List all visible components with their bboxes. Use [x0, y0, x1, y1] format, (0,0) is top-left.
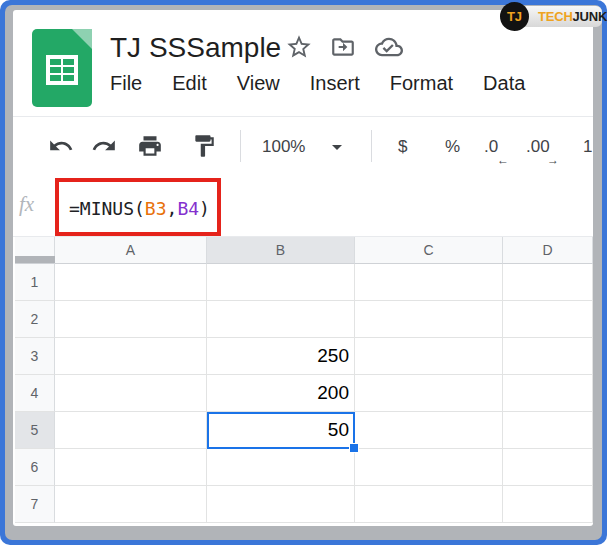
cell-B7[interactable] [207, 486, 355, 523]
cell-D4[interactable] [503, 375, 593, 412]
format-currency-button[interactable]: $ [398, 137, 407, 157]
techjunkie-logo-icon: TJ [500, 2, 529, 31]
print-button[interactable] [137, 133, 163, 159]
chevron-down-icon[interactable] [325, 135, 349, 159]
decrease-decimal-arrow-icon: ← [497, 153, 509, 167]
google-sheets-logo-icon[interactable] [32, 29, 92, 107]
menu-edit[interactable]: Edit [172, 72, 206, 95]
formula-ref-b3: B3 [145, 198, 167, 219]
grid-row-6: 6 [15, 449, 593, 486]
toolbar-divider [371, 130, 372, 162]
column-header-D[interactable]: D [503, 237, 593, 264]
column-header-A[interactable]: A [55, 237, 207, 264]
corner-notch [15, 256, 55, 263]
cell-C7[interactable] [355, 486, 503, 523]
fx-label: fx [19, 192, 34, 217]
techjunkie-name-part2: JUNKIE [573, 9, 607, 24]
cell-C1[interactable] [355, 264, 503, 301]
selected-cell-outline[interactable] [207, 412, 355, 449]
cell-B3[interactable]: 250 [207, 338, 355, 375]
cell-D3[interactable] [503, 338, 593, 375]
grid: ABCD123250420055067 [15, 237, 593, 523]
cell-D5[interactable] [503, 412, 593, 449]
row-header-3[interactable]: 3 [15, 338, 55, 375]
menu-view[interactable]: View [237, 72, 280, 95]
cell-D6[interactable] [503, 449, 593, 486]
cell-A4[interactable] [55, 375, 207, 412]
menu-format[interactable]: Format [390, 72, 453, 95]
increase-decimal-arrow-icon: → [547, 153, 559, 167]
formula-token: =MINUS( [69, 198, 145, 219]
row-header-7[interactable]: 7 [15, 486, 55, 523]
grid-row-1: 1 [15, 264, 593, 301]
cell-B6[interactable] [207, 449, 355, 486]
menu-bar: File Edit View Insert Format Data [110, 72, 525, 95]
cell-C2[interactable] [355, 301, 503, 338]
cell-D7[interactable] [503, 486, 593, 523]
header-divider [13, 116, 593, 117]
menu-file[interactable]: File [110, 72, 142, 95]
cell-A5[interactable] [55, 412, 207, 449]
move-to-folder-icon[interactable] [330, 34, 356, 60]
undo-button[interactable] [48, 133, 74, 159]
row-header-2[interactable]: 2 [15, 301, 55, 338]
formula-token: , [167, 198, 178, 219]
app-content: TJ SSSample File Edit View Insert Format… [13, 10, 593, 526]
column-header-B[interactable]: B [207, 237, 355, 264]
row-header-4[interactable]: 4 [15, 375, 55, 412]
document-title[interactable]: TJ SSSample [110, 32, 281, 64]
number-format-button[interactable]: 1 [583, 137, 592, 157]
cell-B4[interactable]: 200 [207, 375, 355, 412]
fill-handle[interactable] [349, 443, 359, 453]
cell-A1[interactable] [55, 264, 207, 301]
cell-B2[interactable] [207, 301, 355, 338]
menu-data[interactable]: Data [483, 72, 525, 95]
cloud-saved-icon[interactable] [375, 33, 403, 61]
redo-button[interactable] [91, 133, 117, 159]
column-header-row: ABCD [15, 237, 593, 264]
formula-token: ) [199, 198, 210, 219]
column-header-C[interactable]: C [355, 237, 503, 264]
cell-B1[interactable] [207, 264, 355, 301]
paint-format-button[interactable] [191, 133, 217, 159]
cell-A3[interactable] [55, 338, 207, 375]
grid-row-3: 3250 [15, 338, 593, 375]
menu-insert[interactable]: Insert [310, 72, 360, 95]
cell-C5[interactable] [355, 412, 503, 449]
row-header-6[interactable]: 6 [15, 449, 55, 486]
formula-input[interactable]: =MINUS(B3,B4) [69, 198, 210, 219]
cell-A2[interactable] [55, 301, 207, 338]
cell-C6[interactable] [355, 449, 503, 486]
toolbar-divider [240, 130, 241, 162]
grid-row-7: 7 [15, 486, 593, 523]
techjunkie-name-part1: TECH [538, 9, 573, 24]
zoom-select[interactable]: 100% [262, 137, 305, 157]
grid-row-4: 4200 [15, 375, 593, 412]
star-icon[interactable] [285, 33, 313, 61]
format-percent-button[interactable]: % [445, 137, 460, 157]
cell-D1[interactable] [503, 264, 593, 301]
cell-C3[interactable] [355, 338, 503, 375]
formula-ref-b4: B4 [177, 198, 199, 219]
cell-A7[interactable] [55, 486, 207, 523]
screenshot-window: TJ SSSample File Edit View Insert Format… [0, 0, 607, 545]
cell-A6[interactable] [55, 449, 207, 486]
cell-D2[interactable] [503, 301, 593, 338]
cell-C4[interactable] [355, 375, 503, 412]
row-header-1[interactable]: 1 [15, 264, 55, 301]
row-header-5[interactable]: 5 [15, 412, 55, 449]
grid-row-2: 2 [15, 301, 593, 338]
